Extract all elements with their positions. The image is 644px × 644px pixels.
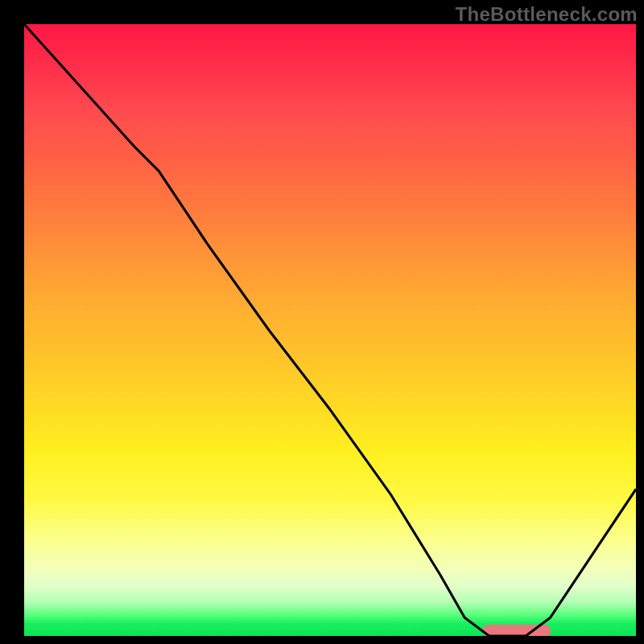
chart-frame: TheBottleneck.com [0, 0, 644, 644]
plot-area [24, 24, 636, 636]
bottleneck-curve-path [24, 24, 636, 636]
watermark-text: TheBottleneck.com [456, 3, 638, 26]
bottleneck-chart [24, 24, 636, 636]
